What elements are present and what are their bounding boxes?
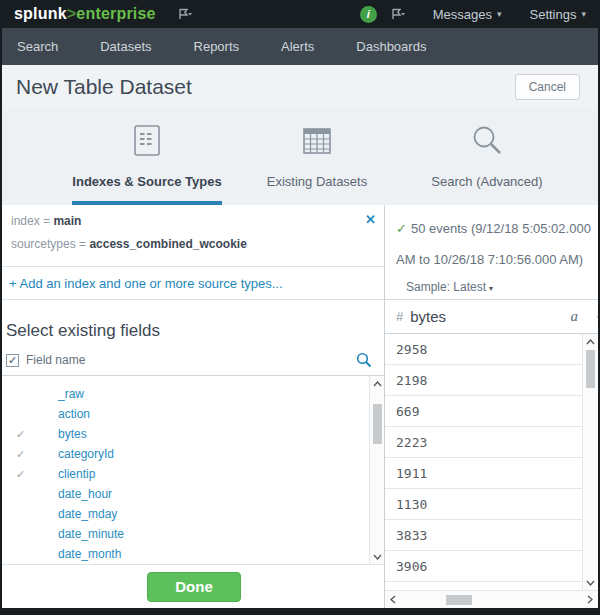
add-index-link[interactable]: + Add an index and one or more source ty… <box>9 276 283 291</box>
splunk-logo[interactable]: splunk>enterprise <box>14 5 156 23</box>
chevron-down-icon: ▾ <box>581 9 586 19</box>
done-button[interactable]: Done <box>147 572 241 602</box>
search-icon[interactable] <box>356 352 372 368</box>
index-sourcetype-block: index = main sourcetypes = access_combin… <box>2 205 384 267</box>
scroll-down-icon[interactable] <box>370 549 384 564</box>
field-name: bytes <box>58 427 87 441</box>
scroll-thumb[interactable] <box>586 350 595 388</box>
chevron-down-icon: ▾ <box>489 284 493 293</box>
column-header[interactable]: # bytes a ▾ <box>385 300 598 334</box>
value-cell: 906 <box>385 582 582 590</box>
field-row-bytes[interactable]: ✓bytes <box>2 424 384 444</box>
index-value: main <box>53 214 81 228</box>
nav-item-dashboards[interactable]: Dashboards <box>356 39 426 54</box>
preview-horizontal-scrollbar[interactable] <box>385 590 598 608</box>
tab-existing-datasets[interactable]: Existing Datasets <box>232 108 402 205</box>
nav-item-reports[interactable]: Reports <box>194 39 240 54</box>
value-cell: 2223 <box>385 427 582 458</box>
value-cell: 1130 <box>385 489 582 520</box>
field-name: date_mday <box>58 507 117 521</box>
sample-dropdown[interactable]: Sample: Latest▾ <box>396 277 592 299</box>
sample-label: Sample: Latest <box>406 280 486 294</box>
activity-flag-icon[interactable] <box>391 8 405 20</box>
field-name: date_minute <box>58 527 124 541</box>
messages-menu[interactable]: Messages▾ <box>433 7 502 22</box>
main-area: index = main sourcetypes = access_combin… <box>2 205 598 608</box>
field-filter-row: ✓ Field name <box>2 345 384 376</box>
scroll-thumb[interactable] <box>446 595 472 605</box>
scroll-left-icon[interactable] <box>385 591 401 608</box>
field-row-date-month[interactable]: date_month <box>2 544 384 564</box>
sourcetypes-line: sourcetypes = access_combined_wcookie <box>11 237 384 251</box>
info-icon[interactable]: i <box>360 6 377 23</box>
cancel-button[interactable]: Cancel <box>515 74 580 100</box>
value-cell: 3833 <box>385 520 582 551</box>
section-title-row: Select existing fields <box>2 300 384 345</box>
topbar: splunk>enterprise i Messages▾ Settings▾ <box>2 0 598 28</box>
close-icon[interactable]: ✕ <box>365 212 376 227</box>
scroll-thumb[interactable] <box>373 404 382 444</box>
nav-item-search[interactable]: Search <box>17 39 58 54</box>
field-row-action[interactable]: action <box>2 404 384 424</box>
equals-sign: = <box>43 214 50 228</box>
value-cell: 1911 <box>385 458 582 489</box>
field-name-label: Field name <box>26 353 356 367</box>
tab-label: Existing Datasets <box>267 174 367 189</box>
equals-sign: = <box>79 237 86 251</box>
select-fields-title: Select existing fields <box>6 321 160 341</box>
logo-splunk-text: splunk <box>14 5 67 22</box>
splunk-new-table-dataset-screen: splunk>enterprise i Messages▾ Settings▾ … <box>0 0 600 615</box>
sourcetypes-label: sourcetypes <box>11 237 76 251</box>
settings-menu[interactable]: Settings▾ <box>529 7 586 22</box>
field-name: _raw <box>58 387 84 401</box>
field-list: _raw action ✓bytes ✓categoryId ✓clientip… <box>2 376 384 565</box>
preview-vertical-scrollbar[interactable] <box>582 334 598 590</box>
check-icon: ✓ <box>16 424 25 444</box>
scroll-up-icon[interactable] <box>370 376 384 391</box>
sourcetypes-value: access_combined_wcookie <box>89 237 246 251</box>
events-summary: ✓50 events (9/12/18 5:05:02.000 AM to 10… <box>385 205 598 300</box>
tab-indexes-source-types[interactable]: Indexes & Source Types <box>62 108 232 205</box>
scroll-track[interactable] <box>370 391 384 549</box>
logo-product-text: enterprise <box>76 5 155 22</box>
field-row-date-mday[interactable]: date_mday <box>2 504 384 524</box>
field-row-categoryid[interactable]: ✓categoryId <box>2 444 384 464</box>
field-name: date_month <box>58 547 121 561</box>
field-name: clientip <box>58 467 95 481</box>
app-navbar: Search Datasets Reports Alerts Dashboard… <box>2 28 598 65</box>
scroll-track[interactable] <box>401 591 582 608</box>
dataset-source-tabs: Indexes & Source Types Existing Datasets… <box>2 108 598 205</box>
field-row-date-hour[interactable]: date_hour <box>2 484 384 504</box>
column-index-hash: # <box>396 309 403 324</box>
column-type-indicator[interactable]: a <box>571 308 579 325</box>
check-icon: ✓ <box>396 221 407 236</box>
column-name[interactable]: bytes <box>410 308 570 325</box>
events-count-text: 50 events (9/12/18 5:05:02.000 AM to 10/… <box>396 221 591 267</box>
field-row-clientip[interactable]: ✓clientip <box>2 464 384 484</box>
add-index-row: + Add an index and one or more source ty… <box>2 267 384 300</box>
scroll-up-icon[interactable] <box>583 334 598 349</box>
nav-item-alerts[interactable]: Alerts <box>281 39 314 54</box>
magnifier-icon <box>470 122 504 160</box>
chevron-down-icon: ▾ <box>497 9 502 19</box>
index-label: index <box>11 214 40 228</box>
activity-flag-icon[interactable] <box>178 8 192 20</box>
value-cell: 669 <box>385 396 582 427</box>
tab-label: Indexes & Source Types <box>72 174 221 189</box>
select-all-checkbox[interactable]: ✓ <box>6 354 19 367</box>
field-list-scrollbar[interactable] <box>369 376 384 564</box>
nav-item-datasets[interactable]: Datasets <box>100 39 151 54</box>
messages-label: Messages <box>433 7 492 22</box>
scroll-track[interactable] <box>583 349 598 575</box>
settings-label: Settings <box>529 7 576 22</box>
field-row-raw[interactable]: _raw <box>2 384 384 404</box>
value-cell: 3906 <box>385 551 582 582</box>
tab-search-advanced[interactable]: Search (Advanced) <box>402 108 572 205</box>
field-row-date-minute[interactable]: date_minute <box>2 524 384 544</box>
tab-label: Search (Advanced) <box>431 174 542 189</box>
scroll-down-icon[interactable] <box>583 575 598 590</box>
scroll-right-icon[interactable] <box>582 591 598 608</box>
page-header: New Table Dataset Cancel <box>2 65 598 108</box>
value-rows: 2958 2198 669 2223 1911 1130 3833 3906 9… <box>385 334 582 590</box>
value-cell: 2198 <box>385 365 582 396</box>
